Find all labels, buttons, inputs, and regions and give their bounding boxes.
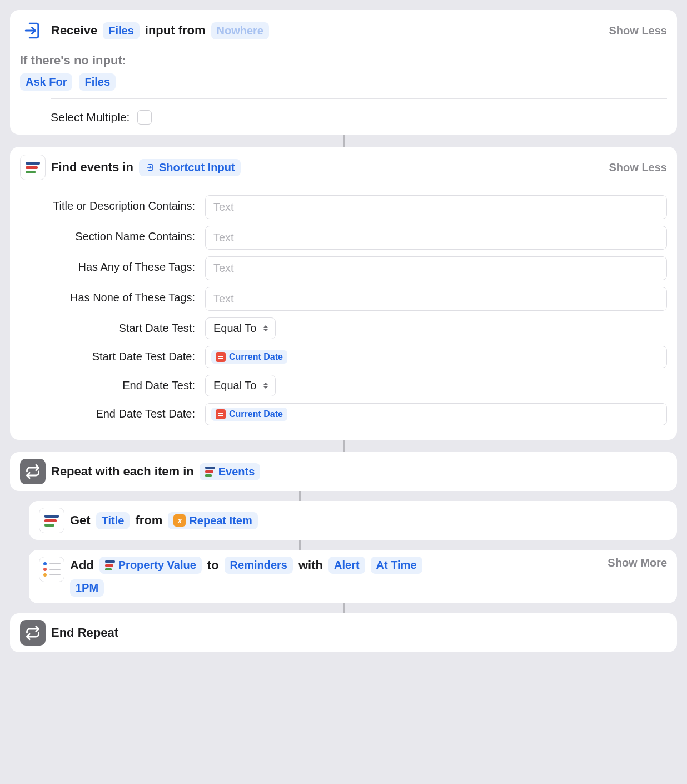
calendar-icon (216, 409, 226, 419)
end-repeat-card: End Repeat (10, 613, 677, 652)
get-text: Get (70, 513, 91, 528)
if-no-input-label: If there's no input: (20, 53, 667, 68)
get-property-card: Get Title from x Repeat Item (29, 501, 677, 540)
input-source-token[interactable]: Nowhere (211, 22, 269, 39)
end-date-test-label: End Date Test: (52, 375, 195, 393)
alert-token[interactable]: Alert (328, 557, 365, 574)
shortcut-input-token[interactable]: Shortcut Input (139, 159, 241, 176)
app-icon (20, 155, 46, 180)
with-text: with (298, 558, 323, 573)
end-repeat-text: End Repeat (51, 626, 118, 640)
property-value-token[interactable]: Property Value (99, 557, 202, 574)
connector (343, 440, 345, 452)
input-from-text: input from (145, 23, 206, 38)
ask-for-token[interactable]: Ask For (20, 73, 72, 91)
stack-icon (205, 467, 215, 477)
section-name-input[interactable] (205, 226, 667, 250)
show-more-button[interactable]: Show More (608, 557, 667, 569)
input-type-token[interactable]: Files (103, 22, 140, 39)
receive-text: Receive (51, 23, 97, 38)
repeat-text: Repeat with each item in (51, 464, 194, 479)
find-events-text: Find events in (51, 160, 133, 175)
time-value-token[interactable]: 1PM (70, 579, 104, 597)
app-icon (39, 508, 64, 533)
repeat-item-token[interactable]: x Repeat Item (168, 512, 257, 529)
select-multiple-checkbox[interactable] (137, 110, 152, 125)
has-any-tags-label: Has Any of These Tags: (52, 256, 195, 275)
connector (299, 491, 301, 501)
current-date-chip[interactable]: Current Date (211, 408, 287, 421)
has-any-tags-input[interactable] (205, 256, 667, 280)
section-name-label: Section Name Contains: (52, 226, 195, 244)
has-none-tags-input[interactable] (205, 287, 667, 311)
from-text: from (135, 513, 162, 528)
connector (343, 135, 345, 147)
repeat-icon (20, 459, 46, 484)
select-multiple-label: Select Multiple: (51, 111, 130, 124)
divider (51, 188, 667, 188)
connector (299, 540, 301, 550)
find-events-card: Find events in Shortcut Input Show Less … (10, 147, 677, 440)
start-date-test-date-label: Start Date Test Date: (52, 346, 195, 364)
receive-input-card: Receive Files input from Nowhere Show Le… (10, 10, 677, 135)
reminders-token[interactable]: Reminders (225, 557, 293, 574)
repeat-card: Repeat with each item in Events (10, 452, 677, 491)
add-reminder-card: Add Property Value to Reminders with Ale… (29, 550, 677, 603)
title-token[interactable]: Title (96, 512, 130, 529)
add-text: Add (70, 558, 94, 573)
show-less-button[interactable]: Show Less (609, 24, 667, 37)
reminders-app-icon (39, 557, 64, 582)
divider (51, 98, 667, 99)
show-less-button[interactable]: Show Less (609, 161, 667, 174)
has-none-tags-label: Has None of These Tags: (52, 287, 195, 305)
to-text: to (207, 558, 219, 573)
calendar-icon (216, 352, 226, 362)
start-date-test-date-input[interactable]: Current Date (205, 346, 667, 368)
end-date-test-select[interactable]: Equal To (205, 375, 276, 396)
end-date-test-date-input[interactable]: Current Date (205, 403, 667, 425)
end-date-test-date-label: End Date Test Date: (52, 403, 195, 421)
input-icon (20, 18, 46, 43)
current-date-chip[interactable]: Current Date (211, 350, 287, 364)
ask-for-files-token[interactable]: Files (79, 73, 116, 91)
chevron-updown-icon (262, 383, 270, 389)
start-date-test-select[interactable]: Equal To (205, 317, 276, 339)
start-date-test-label: Start Date Test: (52, 317, 195, 336)
chevron-updown-icon (262, 325, 270, 331)
variable-icon: x (173, 514, 186, 527)
at-time-token[interactable]: At Time (371, 557, 422, 574)
stack-icon (105, 560, 115, 570)
title-desc-label: Title or Description Contains: (52, 195, 195, 214)
connector (343, 603, 345, 613)
events-token[interactable]: Events (200, 463, 261, 480)
title-desc-input[interactable] (205, 195, 667, 219)
repeat-icon (20, 620, 46, 646)
